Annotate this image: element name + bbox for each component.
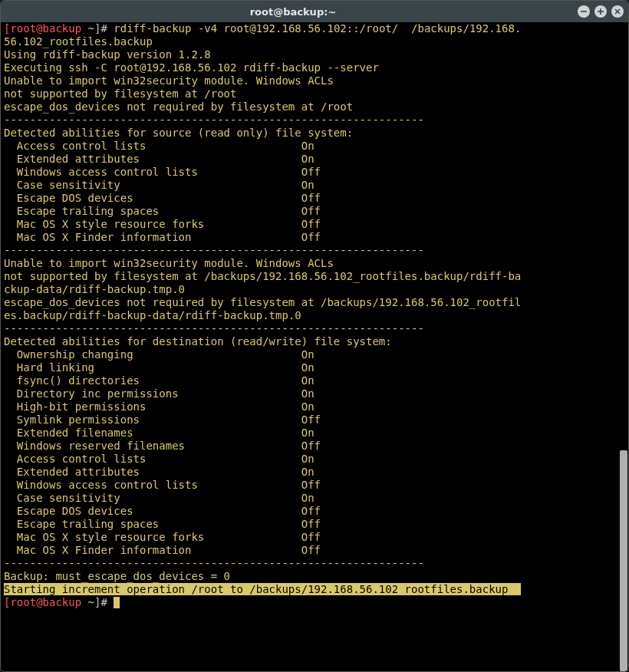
- line-win32: Unable to import win32security module. W…: [4, 74, 334, 87]
- window-buttons: [578, 5, 624, 18]
- line-escape: es.backup/rdiff-backup-data/rdiff-backup…: [4, 309, 301, 321]
- dst-ability-row: Case sensitivity On: [4, 492, 314, 504]
- src-header: Detected abilities for source (read only…: [4, 127, 353, 139]
- line-win32: not supported by filesystem at /backups/…: [4, 270, 521, 282]
- line-version: Using rdiff-backup version 1.2.8: [4, 48, 211, 61]
- dst-ability-row: Symlink permissions Off: [4, 413, 321, 426]
- dst-ability-row: Extended filenames On: [4, 427, 314, 439]
- titlebar: root@backup:~: [1, 1, 628, 22]
- maximize-button[interactable]: [594, 5, 607, 18]
- terminal-window: root@backup:~ [root@backup ~]# rdiff-bac…: [0, 0, 629, 672]
- dash-line: ----------------------------------------…: [4, 557, 424, 569]
- dst-ability-row: Windows reserved filenames Off: [4, 440, 321, 452]
- prompt-user-host: [root@backup: [4, 22, 81, 35]
- dst-ability-row: Windows access control lists Off: [4, 479, 321, 491]
- line-escape: escape_dos_devices not required by files…: [4, 296, 521, 308]
- dash-line: ----------------------------------------…: [4, 322, 424, 334]
- dst-ability-row: Hard linking On: [4, 361, 314, 374]
- line-exec-ssh: Executing ssh -C root@192.168.56.102 rdi…: [4, 61, 379, 74]
- line-win32: not supported by filesystem at /root: [4, 87, 236, 100]
- maximize-icon: [597, 8, 604, 15]
- prompt-symbol: ~]#: [81, 22, 107, 35]
- svg-rect-0: [581, 11, 587, 12]
- dst-ability-row: fsync() directories On: [4, 374, 314, 387]
- prompt-user-host: [root@backup: [4, 596, 81, 608]
- highlighted-line: Starting increment operation /root to /b…: [4, 583, 521, 595]
- cursor: [114, 597, 120, 608]
- scrollbar-thumb[interactable]: [620, 450, 627, 671]
- line-win32: Unable to import win32security module. W…: [4, 257, 334, 269]
- dst-header: Detected abilities for destination (read…: [4, 335, 392, 348]
- dst-ability-row: Extended attributes On: [4, 466, 314, 478]
- command-text-cont: 56.102_rootfiles.backup: [4, 35, 153, 48]
- dash-line: ----------------------------------------…: [4, 244, 424, 256]
- window-title: root@backup:~: [8, 6, 578, 18]
- src-ability-row: Mac OS X style resource forks Off: [4, 218, 321, 230]
- dst-ability-row: Escape DOS devices Off: [4, 505, 321, 517]
- dst-ability-row: Mac OS X style resource forks Off: [4, 531, 321, 543]
- src-ability-row: Extended attributes On: [4, 153, 314, 165]
- terminal-output: [root@backup ~]# rdiff-backup -v4 root@1…: [4, 22, 617, 671]
- prompt-symbol: ~]#: [81, 596, 114, 608]
- line-win32: ckup-data/rdiff-backup.tmp.0: [4, 283, 185, 295]
- line-escape: escape_dos_devices not required by files…: [4, 100, 353, 113]
- dash-line: ----------------------------------------…: [4, 114, 424, 126]
- close-icon: [614, 8, 621, 15]
- terminal-area[interactable]: [root@backup ~]# rdiff-backup -v4 root@1…: [1, 22, 628, 671]
- dst-ability-row: Access control lists On: [4, 453, 314, 465]
- dst-ability-row: Mac OS X Finder information Off: [4, 544, 321, 556]
- command-text: rdiff-backup -v4 root@192.168.56.102::/r…: [107, 22, 521, 35]
- minimize-icon: [580, 8, 588, 15]
- src-ability-row: Mac OS X Finder information Off: [4, 231, 321, 243]
- minimize-button[interactable]: [578, 5, 590, 18]
- dst-ability-row: Ownership changing On: [4, 348, 314, 361]
- line-backup-escape: Backup: must_escape_dos_devices = 0: [4, 570, 230, 582]
- dst-ability-row: Escape trailing spaces Off: [4, 518, 321, 530]
- src-ability-row: Escape DOS devices Off: [4, 192, 321, 204]
- src-ability-row: Case sensitivity On: [4, 179, 314, 191]
- dst-ability-row: Directory inc permissions On: [4, 387, 314, 400]
- dst-ability-row: High-bit permissions On: [4, 400, 314, 413]
- src-ability-row: Windows access control lists Off: [4, 166, 321, 178]
- svg-rect-2: [598, 11, 604, 12]
- src-ability-row: Access control lists On: [4, 140, 314, 152]
- src-ability-row: Escape trailing spaces Off: [4, 205, 321, 217]
- close-button[interactable]: [611, 5, 624, 18]
- scrollbar[interactable]: [619, 22, 628, 671]
